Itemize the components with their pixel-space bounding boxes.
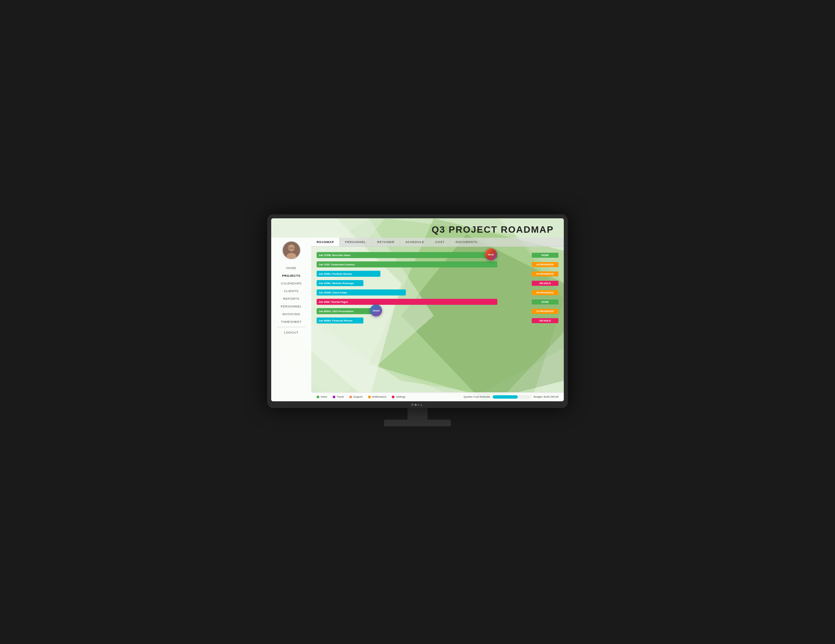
sidebar-item-invoicing[interactable]: INVOICING	[271, 310, 311, 318]
sidebar-item-projects[interactable]: PROJECTS	[271, 272, 311, 279]
avatar	[282, 241, 301, 260]
status-settings[interactable]: Settings	[392, 395, 406, 398]
gantt-track-job-98564: Job 98564: Financial Review	[317, 317, 529, 324]
gantt-track-job-4568: Job 4568: Tutorial Pages	[317, 298, 529, 305]
gantt-bar-job-7235: Job 7235: Centennial Contract	[317, 261, 497, 268]
status-travel[interactable]: Travel	[333, 395, 344, 398]
gantt-row-job-98564: Job 98564: Financial Review ON HOLD	[317, 317, 559, 324]
sidebar-item-home[interactable]: HOME	[271, 264, 311, 272]
content-area: ROADMAP PERSONNEL RETAINER SCHEDULE	[311, 238, 564, 401]
gantt-row-job-33581-website: Job 33581: Website Redesign ON HOLD	[317, 279, 559, 287]
notifications-dot	[368, 396, 371, 398]
page-title: Q3 PROJECT ROADMAP	[271, 224, 554, 235]
cost-label: Quarter Cost Estimate	[464, 395, 490, 398]
gantt-row-job-7235: Job 7235: Centennial Contract IN PROGRES…	[317, 261, 559, 268]
gantt-row-job-85541: Job 85541: CEO Presentation Check IN PRO…	[317, 308, 559, 315]
gantt-bar-job-4568: Job 4568: Tutorial Pages	[317, 299, 497, 305]
monitor-outer: Q3 PROJECT ROADMAP	[267, 214, 568, 408]
status-support[interactable]: Support	[349, 395, 363, 398]
sidebar-item-timesheet[interactable]: TIIMESHEET	[271, 318, 311, 326]
tab-cost[interactable]: COST	[430, 238, 450, 247]
status-badge-job-4568: DONE	[532, 300, 559, 305]
status-badge-job-7235: IN PROGRESS	[532, 262, 559, 267]
gantt-track-job-85541: Job 85541: CEO Presentation Check	[317, 308, 529, 315]
monitor-stand-neck	[408, 408, 427, 420]
tab-documents[interactable]: DOCUMENTS	[450, 238, 483, 247]
gantt-bar-job-33581-website: Job 33581: Website Redesign	[317, 280, 363, 286]
status-badge-job-33581-website: ON HOLD	[532, 281, 559, 286]
nav-divider	[277, 327, 305, 327]
roadmap-content: Job 72358: Recruiter Sales Send DONE	[311, 247, 564, 392]
gantt-track-job-25098: Job 25098: Client Intake	[317, 289, 529, 296]
tabs-bar: ROADMAP PERSONNEL RETAINER SCHEDULE	[311, 238, 564, 247]
travel-dot	[333, 396, 335, 398]
monitor-stand-base	[384, 420, 451, 426]
gantt-row-job-4568: Job 4568: Tutorial Pages DONE	[317, 298, 559, 305]
check-marker[interactable]: Check	[370, 305, 382, 316]
support-dot	[349, 396, 352, 398]
sidebar: HOME PROJECTS CALENDARS CLIENTS REPORTS	[271, 238, 311, 401]
app-container: Q3 PROJECT ROADMAP	[271, 218, 564, 401]
svg-point-8	[288, 245, 295, 251]
dell-logo: D◆LL	[411, 403, 424, 406]
cost-bar-track	[493, 395, 531, 399]
gantt-bar-job-98564: Job 98564: Financial Review	[317, 318, 363, 323]
sidebar-item-clients[interactable]: CLIENTS	[271, 287, 311, 295]
gantt-track-job-33581-portfolio: Job 33581: Portfolio Review	[317, 270, 529, 277]
send-marker[interactable]: Send	[485, 248, 497, 260]
tab-schedule[interactable]: SCHEDULE	[400, 238, 430, 247]
monitor-bezel-bottom: D◆LL	[271, 401, 564, 408]
status-badge-job-72358: DONE	[532, 253, 559, 258]
gantt-row-job-25098: Job 25098: Client Intake IN PROGRESS	[317, 289, 559, 296]
gantt-track-job-72358: Job 72358: Recruiter Sales Send	[317, 251, 529, 259]
cost-bar-fill	[493, 395, 517, 399]
sidebar-item-personnel[interactable]: PERSONNEL	[271, 302, 311, 310]
tab-personnel[interactable]: PERSONNEL	[340, 238, 372, 247]
status-inbox[interactable]: Inbox	[317, 395, 327, 398]
gantt-bar-job-25098: Job 25098: Client Intake	[317, 289, 406, 295]
status-badge-job-33581-portfolio: IN PROGRESS	[532, 271, 559, 276]
sidebar-item-calendars[interactable]: CALENDARS	[271, 279, 311, 287]
status-notifications[interactable]: Notifications	[368, 395, 387, 398]
status-badge-job-85541: IN PROGRESS	[532, 309, 559, 314]
sidebar-item-logout[interactable]: LOGOUT	[271, 329, 311, 336]
gantt-bar-job-72358: Job 72358: Recruiter Sales	[317, 252, 497, 258]
gantt-row-job-72358: Job 72358: Recruiter Sales Send DONE	[317, 251, 559, 259]
gantt-track-job-7235: Job 7235: Centennial Contract	[317, 261, 529, 268]
gantt-bar-job-33581-portfolio: Job 33581: Portfolio Review	[317, 271, 380, 277]
monitor-wrapper: Q3 PROJECT ROADMAP	[267, 214, 568, 430]
gantt-track-job-33581-website: Job 33581: Website Redesign	[317, 279, 529, 287]
inbox-dot	[317, 396, 319, 398]
cost-estimate: Quarter Cost Estimate Budget: $105,256.6…	[464, 395, 559, 399]
gantt-row-job-33581-portfolio: Job 33581: Portfolio Review IN PROGRESS	[317, 270, 559, 277]
app-header: Q3 PROJECT ROADMAP	[271, 218, 564, 238]
settings-dot	[392, 396, 395, 398]
sidebar-item-reports[interactable]: REPORTS	[271, 295, 311, 302]
monitor-screen: Q3 PROJECT ROADMAP	[271, 218, 564, 401]
tab-roadmap[interactable]: ROADMAP	[311, 238, 340, 247]
status-bar: Inbox Travel Support	[311, 392, 564, 401]
tab-retainer[interactable]: RETAINER	[372, 238, 400, 247]
budget-text: Budget: $105,256.69	[534, 395, 559, 398]
status-badge-job-98564: ON HOLD	[532, 318, 559, 323]
status-badge-job-25098: IN PROGRESS	[532, 290, 559, 295]
app-main: HOME PROJECTS CALENDARS CLIENTS REPORTS	[271, 238, 564, 401]
